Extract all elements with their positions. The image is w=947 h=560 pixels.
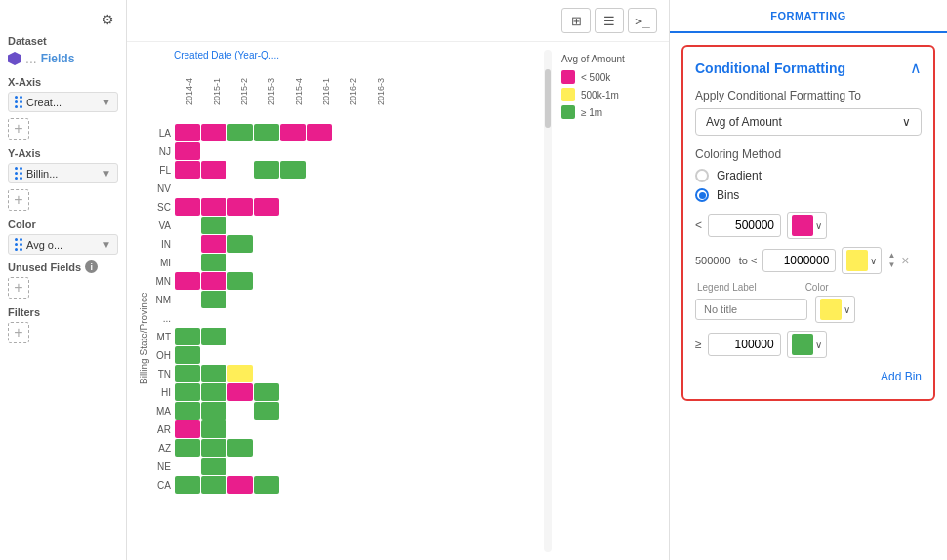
heatmap-cell[interactable]: [175, 272, 200, 290]
heatmap-cell[interactable]: [307, 124, 332, 141]
gradient-radio-circle[interactable]: [695, 169, 709, 182]
heatmap-cell[interactable]: [201, 272, 226, 290]
down-icon[interactable]: ▼: [887, 260, 895, 270]
heatmap-cell[interactable]: [254, 198, 279, 216]
heatmap-cell[interactable]: [201, 254, 226, 271]
bin3-value-input[interactable]: [708, 333, 781, 356]
filters-add-button[interactable]: +: [8, 322, 29, 343]
heatmap-cell[interactable]: [201, 198, 226, 216]
row-label: HI: [153, 387, 175, 398]
heatmap-cell[interactable]: [227, 272, 253, 290]
legend-title: Avg of Amount: [561, 54, 653, 64]
add-bin-button[interactable]: Add Bin: [695, 366, 922, 387]
heatmap-cell[interactable]: [201, 383, 226, 401]
yaxis-add-button[interactable]: +: [8, 189, 29, 211]
bin2-value-input[interactable]: [762, 249, 836, 272]
heatmap-cell[interactable]: [201, 458, 226, 475]
heatmap-cell[interactable]: [175, 383, 200, 401]
heatmap-cell[interactable]: [175, 198, 200, 216]
yaxis-dropdown-icon[interactable]: ▼: [102, 168, 111, 179]
legend-color-button[interactable]: ∨: [815, 296, 855, 323]
bins-radio[interactable]: Bins: [695, 188, 922, 202]
heatmap-row: MT: [153, 328, 385, 345]
collapse-button[interactable]: ∧: [910, 59, 922, 77]
heatmap-cell[interactable]: [280, 124, 306, 141]
tab-formatting[interactable]: FORMATTING: [670, 0, 947, 33]
heatmap-row: CA: [153, 476, 385, 494]
heatmap-row: MN: [153, 272, 385, 290]
heatmap-cell[interactable]: [201, 217, 226, 234]
heatmap-cell[interactable]: [254, 124, 279, 141]
heatmap-cell[interactable]: [254, 476, 279, 494]
dataset-name[interactable]: Fields: [41, 52, 75, 65]
color-dropdown-icon[interactable]: ▼: [102, 239, 111, 250]
yaxis-field[interactable]: Billin... ▼: [8, 163, 118, 183]
heatmap-cell[interactable]: [227, 383, 253, 401]
heatmap-cell[interactable]: [175, 476, 200, 494]
heatmap-cell[interactable]: [201, 235, 226, 253]
heatmap-cell[interactable]: [175, 439, 200, 457]
apply-dropdown[interactable]: Avg of Amount ∨: [695, 108, 922, 136]
legend-title-input[interactable]: [695, 299, 807, 320]
heatmap-cell[interactable]: [201, 365, 226, 382]
heatmap-cell[interactable]: [201, 291, 226, 308]
scrollbar-thumb[interactable]: [545, 69, 551, 128]
heatmap-cell[interactable]: [227, 439, 253, 457]
heatmap-cell[interactable]: [175, 346, 200, 364]
unused-add-button[interactable]: +: [8, 277, 29, 299]
bins-radio-circle[interactable]: [695, 188, 709, 202]
coloring-method-label: Coloring Method: [695, 147, 922, 161]
heatmap-cell[interactable]: [227, 124, 253, 141]
color-field[interactable]: Avg o... ▼: [8, 234, 118, 255]
heatmap-cell[interactable]: [227, 235, 253, 253]
heatmap-row: TN: [153, 365, 385, 382]
heatmap-cell[interactable]: [201, 328, 226, 345]
heatmap-cell[interactable]: [201, 161, 226, 179]
gradient-radio[interactable]: Gradient: [695, 169, 922, 182]
bin1-value-input[interactable]: [708, 214, 781, 237]
heatmap-cell[interactable]: [201, 402, 226, 420]
heatmap-cell[interactable]: [175, 420, 200, 438]
xaxis-add-button[interactable]: +: [8, 118, 29, 140]
code-view-button[interactable]: >_: [628, 8, 657, 33]
heatmap-cell[interactable]: [201, 124, 226, 141]
bin-row-2-container: 500000 to < ∨ ▲ ▼ ×: [695, 247, 922, 323]
xaxis-field[interactable]: Creat... ▼: [8, 92, 118, 112]
up-icon[interactable]: ▲: [887, 251, 895, 260]
table-view-button[interactable]: ☰: [595, 8, 624, 33]
grid-view-button[interactable]: ⊞: [561, 8, 591, 33]
heatmap-cell[interactable]: [201, 420, 226, 438]
bin2-remove-button[interactable]: ×: [901, 253, 909, 268]
heatmap-cell[interactable]: [175, 142, 200, 160]
xaxis-dropdown-icon[interactable]: ▼: [102, 97, 111, 107]
heatmap-cell[interactable]: [175, 124, 200, 141]
heatmap-cell[interactable]: [280, 161, 306, 179]
info-icon[interactable]: i: [85, 260, 98, 273]
heatmap-cell[interactable]: [254, 402, 279, 420]
bin3-color-button[interactable]: ∨: [787, 331, 827, 358]
scrollbar[interactable]: [544, 50, 552, 552]
heatmap-cell[interactable]: [201, 439, 226, 457]
unused-fields-label: Unused Fields i: [8, 260, 118, 273]
heatmap-cell[interactable]: [175, 402, 200, 420]
row-label: MI: [153, 258, 175, 268]
heatmap-cell[interactable]: [201, 476, 226, 494]
bin2-color-button[interactable]: ∨: [842, 247, 882, 274]
dataset-icon: [8, 52, 21, 65]
heatmap-row: NM: [153, 291, 385, 308]
bin2-updown-buttons[interactable]: ▲ ▼: [887, 251, 895, 270]
heatmap-cell[interactable]: [227, 365, 253, 382]
heatmap-cell[interactable]: [227, 198, 253, 216]
row-label: AZ: [153, 443, 175, 454]
heatmap-cell[interactable]: [254, 161, 279, 179]
heatmap-cell[interactable]: [175, 161, 200, 179]
heatmap-row: VA: [153, 217, 385, 234]
bin1-color-button[interactable]: ∨: [787, 212, 827, 239]
heatmap-cell[interactable]: [175, 365, 200, 382]
heatmap-cell[interactable]: [227, 476, 253, 494]
gear-icon[interactable]: ⚙: [102, 12, 114, 27]
drag-handle-icon: [15, 238, 22, 251]
bin3-operator: ≥: [695, 338, 702, 351]
heatmap-cell[interactable]: [254, 383, 279, 401]
heatmap-cell[interactable]: [175, 328, 200, 345]
